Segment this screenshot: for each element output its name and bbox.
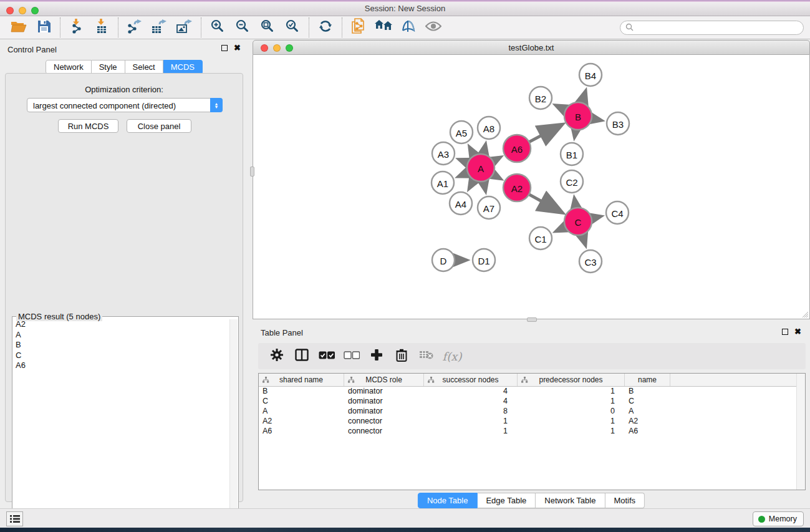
graph-node-A2[interactable]: A2 — [503, 174, 531, 201]
tab-node-table[interactable]: Node Table — [418, 493, 478, 508]
zoom-fit-button[interactable] — [255, 17, 280, 37]
network-canvas[interactable]: B4B2BB3A8A5A6A3B1AC2A1A2A4A7C4CC1DD1C3 — [253, 55, 810, 319]
graph-node-C4[interactable]: C4 — [606, 201, 629, 224]
zoom-in-button[interactable] — [205, 17, 230, 37]
graph-node-B[interactable]: B — [564, 102, 592, 130]
select-all-checkboxes-button[interactable] — [316, 346, 338, 367]
edge-A2-C[interactable] — [528, 194, 561, 212]
table-scrollbar[interactable] — [796, 374, 805, 490]
graph-node-A4[interactable]: A4 — [450, 192, 472, 215]
search-input[interactable] — [637, 24, 803, 32]
float-panel-icon[interactable] — [221, 45, 228, 51]
task-history-button[interactable] — [6, 511, 23, 526]
vertical-splitter-handle[interactable] — [250, 167, 254, 177]
tab-motifs[interactable]: Motifs — [605, 493, 645, 508]
import-table-button[interactable] — [89, 17, 114, 37]
tab-style[interactable]: Style — [92, 60, 125, 74]
graph-node-A[interactable]: A — [467, 154, 494, 181]
search-box[interactable] — [620, 21, 804, 35]
graph-node-D[interactable]: D — [432, 249, 455, 271]
export-image-button[interactable] — [172, 17, 197, 37]
svg-text:C: C — [575, 217, 582, 228]
network-document-button[interactable] — [346, 17, 371, 37]
result-list-scrollbar[interactable] — [229, 319, 238, 531]
result-list-item[interactable]: B — [13, 340, 229, 351]
export-network-button[interactable] — [122, 17, 147, 37]
graph-node-A6[interactable]: A6 — [503, 135, 531, 162]
table-row[interactable]: Bdominator41B — [259, 387, 796, 397]
home-button[interactable] — [371, 17, 396, 37]
column-header-successor-nodes[interactable]: successor nodes — [424, 374, 518, 386]
float-table-panel-icon[interactable] — [782, 329, 788, 335]
graph-node-B1[interactable]: B1 — [561, 143, 583, 165]
open-folder-button[interactable] — [6, 17, 31, 37]
network-window-titlebar[interactable]: testGlobe.txt — [253, 40, 810, 55]
toolbar-separator — [309, 17, 309, 37]
list-icon — [10, 515, 20, 523]
hide-graphics-details-button[interactable] — [396, 17, 421, 37]
status-bar: Memory — [0, 508, 810, 528]
gear-button[interactable] — [266, 346, 288, 367]
edge-A6-B[interactable] — [528, 125, 561, 143]
tab-select[interactable]: Select — [125, 60, 163, 74]
close-table-panel-icon[interactable]: ✖ — [794, 329, 801, 335]
svg-text:A7: A7 — [483, 203, 494, 214]
import-network-button[interactable] — [64, 17, 89, 37]
table-row[interactable]: Cdominator41C — [259, 397, 796, 407]
deselect-all-checkboxes-button[interactable] — [340, 346, 363, 367]
control-panel: Control Panel ✖ NetworkStyleSelectMCDS O… — [0, 40, 248, 508]
table-row[interactable]: A2connector11A2 — [259, 417, 796, 427]
show-graphics-details-button[interactable] — [421, 17, 446, 37]
delete-row-icon — [396, 349, 407, 364]
table-tabs: Node TableEdge TableNetwork TableMotifs — [418, 493, 645, 508]
zoom-out-button[interactable] — [230, 17, 255, 37]
run-mcds-button[interactable]: Run MCDS — [58, 119, 118, 133]
column-header-shared-name[interactable]: shared name — [259, 374, 344, 386]
result-list-item[interactable]: A6 — [13, 360, 229, 371]
graph-node-A3[interactable]: A3 — [432, 142, 455, 165]
tab-network[interactable]: Network — [46, 60, 92, 74]
optimization-criterion-dropdown[interactable]: largest connected component (directed) ▲… — [27, 98, 223, 112]
export-table-button[interactable] — [147, 17, 172, 37]
column-header-MCDS-role[interactable]: MCDS role — [344, 374, 424, 386]
graph-node-C3[interactable]: C3 — [579, 250, 602, 273]
graph-node-B4[interactable]: B4 — [579, 64, 602, 86]
graph-node-C[interactable]: C — [564, 208, 592, 235]
table-row[interactable]: A6connector11A6 — [259, 427, 796, 437]
edge-B-B4[interactable] — [582, 91, 586, 104]
tab-network-table[interactable]: Network Table — [536, 493, 605, 508]
refresh-layout-icon — [319, 19, 332, 36]
graph-node-A5[interactable]: A5 — [450, 121, 473, 143]
result-list-item[interactable]: C — [13, 351, 229, 361]
memory-button[interactable]: Memory — [753, 511, 804, 526]
tab-mcds[interactable]: MCDS — [163, 60, 203, 74]
refresh-layout-button[interactable] — [313, 17, 338, 37]
close-panel-icon[interactable]: ✖ — [234, 45, 241, 51]
function-builder-button[interactable]: f(x) — [440, 346, 463, 367]
delete-table-button[interactable] — [415, 346, 438, 367]
column-header-predecessor-nodes[interactable]: predecessor nodes — [518, 374, 625, 386]
graph-node-C1[interactable]: C1 — [529, 227, 552, 249]
table-row[interactable]: Adominator80A — [259, 407, 796, 417]
graph-node-B2[interactable]: B2 — [529, 87, 552, 109]
zoom-selected-button[interactable] — [280, 17, 305, 37]
tab-edge-table[interactable]: Edge Table — [477, 493, 536, 508]
resize-grip-icon[interactable] — [801, 311, 808, 317]
search-icon — [625, 22, 634, 34]
result-list-item[interactable]: A — [13, 330, 229, 341]
close-panel-button[interactable]: Close panel — [127, 119, 191, 133]
save-session-button[interactable] — [31, 17, 56, 37]
graph-node-C2[interactable]: C2 — [561, 170, 583, 193]
graph-node-A1[interactable]: A1 — [432, 172, 454, 194]
add-row-button[interactable] — [365, 346, 388, 367]
split-columns-button[interactable] — [291, 346, 313, 367]
graph-node-A8[interactable]: A8 — [478, 117, 500, 139]
column-header-name[interactable]: name — [625, 374, 670, 386]
graph-node-D1[interactable]: D1 — [473, 249, 495, 271]
result-list-item[interactable]: A2 — [13, 319, 229, 330]
svg-text:C3: C3 — [584, 257, 596, 268]
horizontal-splitter-handle[interactable] — [527, 317, 537, 322]
graph-node-B3[interactable]: B3 — [607, 112, 629, 135]
graph-node-A7[interactable]: A7 — [478, 196, 500, 219]
delete-row-button[interactable] — [390, 346, 413, 367]
